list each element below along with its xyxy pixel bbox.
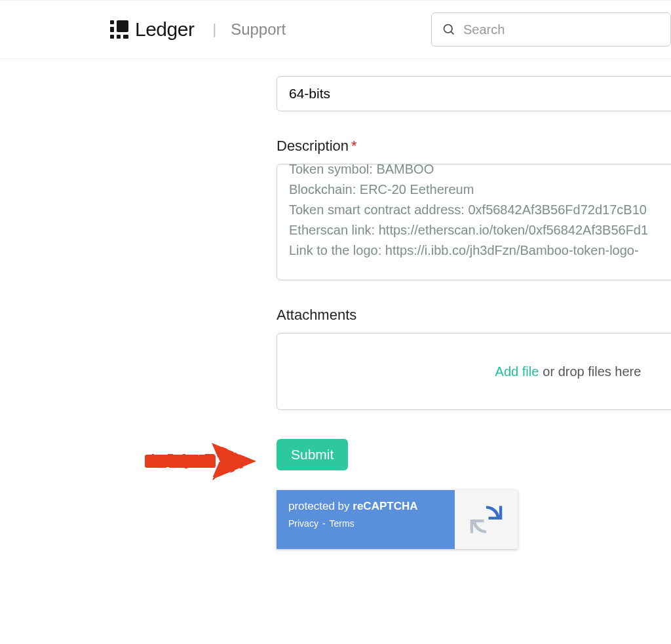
recaptcha-terms-link[interactable]: Terms bbox=[330, 518, 355, 529]
search-box[interactable] bbox=[431, 12, 671, 47]
attachments-label: Attachments bbox=[277, 307, 671, 324]
recaptcha-icon bbox=[469, 502, 503, 537]
top-bar: Ledger | Support bbox=[0, 0, 671, 59]
recaptcha-privacy-link[interactable]: Privacy bbox=[288, 518, 318, 529]
os-bits-field[interactable] bbox=[277, 76, 671, 111]
description-line: Link to the logo: https://i.ibb.co/jh3dF… bbox=[289, 240, 664, 261]
description-textarea[interactable]: Token symbol: BAMBOO Blockchain: ERC-20 … bbox=[277, 164, 671, 280]
recaptcha-text: protected by reCAPTCHA Privacy - Terms bbox=[277, 490, 455, 549]
recaptcha-icon-area bbox=[455, 490, 518, 549]
search-icon bbox=[442, 23, 455, 36]
annotation-arrow-icon bbox=[141, 435, 261, 486]
divider-pipe: | bbox=[212, 21, 216, 38]
search-input[interactable] bbox=[463, 22, 660, 37]
submit-button[interactable]: Submit bbox=[277, 439, 348, 470]
brand-name: Ledger bbox=[135, 18, 194, 41]
description-label-text: Description bbox=[277, 138, 349, 155]
description-line: Token symbol: BAMBOO bbox=[289, 164, 664, 180]
description-line: Etherscan link: https://etherscan.io/tok… bbox=[289, 220, 664, 240]
attachments-dropzone[interactable]: Add file or drop files here bbox=[277, 333, 671, 410]
ledger-logo[interactable]: Ledger bbox=[110, 18, 194, 41]
recaptcha-badge: protected by reCAPTCHA Privacy - Terms bbox=[277, 490, 518, 549]
svg-point-0 bbox=[444, 25, 453, 33]
section-name[interactable]: Support bbox=[231, 20, 286, 39]
ledger-mark-icon bbox=[110, 20, 128, 39]
brand-block: Ledger | Support bbox=[110, 18, 286, 41]
description-line: Blockchain: ERC-20 Eethereum bbox=[289, 180, 664, 200]
description-line: Token smart contract address: 0xf56842Af… bbox=[289, 200, 664, 220]
add-file-link[interactable]: Add file bbox=[495, 364, 539, 379]
svg-line-1 bbox=[451, 31, 453, 34]
svg-marker-3 bbox=[212, 443, 256, 480]
recaptcha-name: reCAPTCHA bbox=[353, 500, 417, 512]
recaptcha-link-separator: - bbox=[322, 518, 326, 529]
recaptcha-protected-text: protected by bbox=[288, 500, 350, 512]
required-asterisk: * bbox=[351, 138, 357, 155]
description-label: Description * bbox=[277, 138, 671, 155]
drop-hint-text: or drop files here bbox=[543, 364, 641, 379]
svg-rect-2 bbox=[145, 455, 216, 468]
form-area: Description * Token symbol: BAMBOO Block… bbox=[0, 59, 671, 549]
